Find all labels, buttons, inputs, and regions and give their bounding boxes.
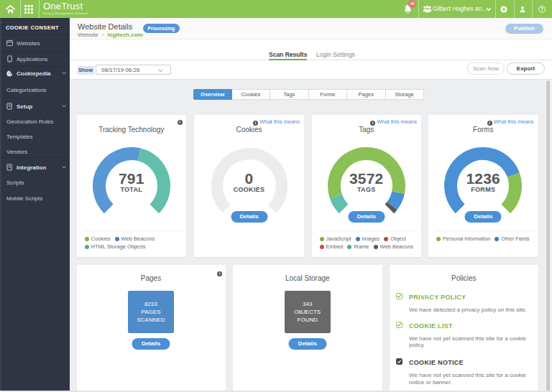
svg-text:?: ? xyxy=(540,6,543,11)
